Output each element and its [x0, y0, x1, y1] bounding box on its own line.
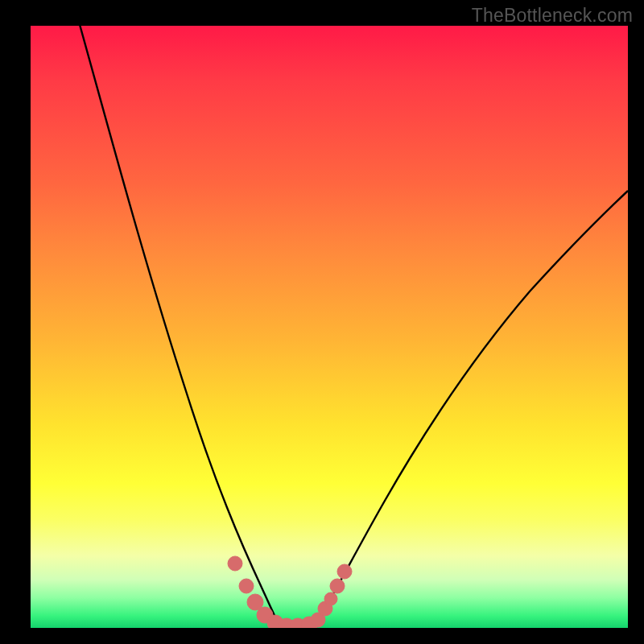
marker-dot [324, 592, 337, 605]
watermark-label: TheBottleneck.com [472, 5, 633, 27]
marker-dot [239, 579, 254, 593]
chart-plot-area [31, 26, 628, 628]
marker-dot [228, 556, 242, 571]
marker-dot [337, 564, 352, 579]
left-curve-path [79, 26, 280, 626]
chart-svg [31, 26, 628, 628]
marker-dot [330, 579, 345, 593]
bottleneck-marker-group [228, 556, 352, 628]
right-curve-path [314, 191, 628, 626]
chart-frame: TheBottleneck.com [0, 0, 644, 644]
